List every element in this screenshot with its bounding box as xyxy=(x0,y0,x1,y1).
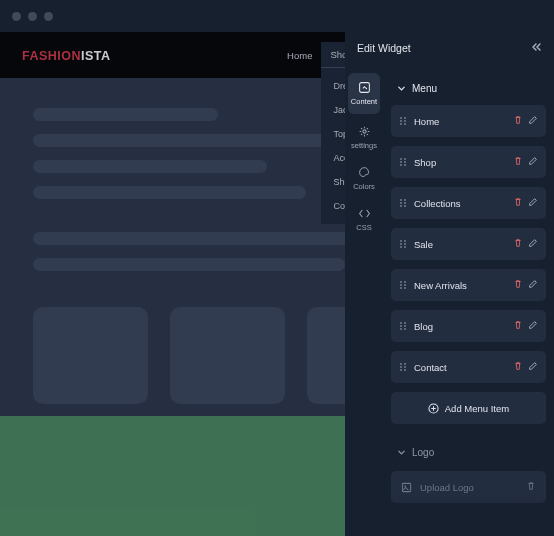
add-menu-item-button[interactable]: Add Menu Item xyxy=(391,392,546,424)
svg-point-22 xyxy=(400,243,402,245)
svg-point-4 xyxy=(400,120,402,122)
trash-icon[interactable] xyxy=(513,238,523,250)
trash-icon[interactable] xyxy=(513,279,523,291)
tab-colors[interactable]: Colors xyxy=(345,158,383,199)
menu-item-label: Sale xyxy=(414,239,433,250)
skeleton-line xyxy=(33,160,267,173)
menu-items-list: Home Shop Collections Sale New Arrivals xyxy=(391,105,546,383)
skeleton-line xyxy=(33,186,306,199)
svg-point-37 xyxy=(404,328,406,330)
svg-point-5 xyxy=(404,120,406,122)
app-window: FASHIONISTA Home Shop Dresses Jackets To… xyxy=(0,0,554,536)
svg-point-1 xyxy=(362,130,365,133)
svg-point-28 xyxy=(400,284,402,286)
edit-icon[interactable] xyxy=(528,115,538,127)
svg-point-19 xyxy=(404,205,406,207)
svg-point-23 xyxy=(404,243,406,245)
menu-item[interactable]: Sale xyxy=(391,228,546,260)
svg-point-14 xyxy=(400,199,402,201)
minimize-window-dot[interactable] xyxy=(28,12,37,21)
svg-point-36 xyxy=(400,328,402,330)
trash-icon[interactable] xyxy=(526,481,536,493)
logo-part-2: ISTA xyxy=(81,49,111,63)
edit-icon[interactable] xyxy=(528,320,538,332)
trash-icon[interactable] xyxy=(513,197,523,209)
edit-icon[interactable] xyxy=(528,361,538,373)
panel-title: Edit Widget xyxy=(357,42,411,54)
chevron-down-icon xyxy=(397,448,406,457)
image-icon xyxy=(401,482,412,493)
menu-item[interactable]: Collections xyxy=(391,187,546,219)
logo-part-1: FASHION xyxy=(22,49,81,63)
skeleton-line xyxy=(33,258,345,271)
menu-item[interactable]: Shop xyxy=(391,146,546,178)
nav-home[interactable]: Home xyxy=(278,42,321,68)
trash-icon[interactable] xyxy=(513,320,523,332)
svg-point-32 xyxy=(400,322,402,324)
maximize-window-dot[interactable] xyxy=(44,12,53,21)
tab-content[interactable]: Content xyxy=(348,73,380,114)
svg-point-13 xyxy=(404,164,406,166)
menu-item-label: Blog xyxy=(414,321,433,332)
menu-item[interactable]: Blog xyxy=(391,310,546,342)
panel-header: Edit Widget xyxy=(345,32,554,68)
menu-item[interactable]: Home xyxy=(391,105,546,137)
svg-point-35 xyxy=(404,325,406,327)
content-area: FASHIONISTA Home Shop Dresses Jackets To… xyxy=(0,32,554,536)
svg-point-10 xyxy=(400,161,402,163)
svg-point-30 xyxy=(400,287,402,289)
edit-widget-panel: Edit Widget Content settings Colors xyxy=(345,32,554,536)
menu-item-label: Shop xyxy=(414,157,436,168)
edit-icon[interactable] xyxy=(528,279,538,291)
window-controls xyxy=(12,12,53,21)
svg-point-3 xyxy=(404,117,406,119)
edit-icon[interactable] xyxy=(528,197,538,209)
collapse-icon[interactable] xyxy=(530,42,542,54)
svg-point-25 xyxy=(404,246,406,248)
svg-point-12 xyxy=(400,164,402,166)
close-window-dot[interactable] xyxy=(12,12,21,21)
menu-item-label: New Arrivals xyxy=(414,280,467,291)
svg-point-9 xyxy=(404,158,406,160)
trash-icon[interactable] xyxy=(513,115,523,127)
menu-item[interactable]: New Arrivals xyxy=(391,269,546,301)
menu-item-label: Home xyxy=(414,116,439,127)
svg-point-24 xyxy=(400,246,402,248)
svg-point-31 xyxy=(404,287,406,289)
skeleton-line xyxy=(33,108,218,121)
menu-section-header[interactable]: Menu xyxy=(391,74,546,103)
drag-handle-icon[interactable] xyxy=(399,239,407,249)
menu-item-label: Contact xyxy=(414,362,447,373)
svg-point-27 xyxy=(404,281,406,283)
plus-circle-icon xyxy=(428,403,439,414)
svg-point-39 xyxy=(404,363,406,365)
skeleton-card xyxy=(170,307,285,404)
upload-logo-row[interactable]: Upload Logo xyxy=(391,471,546,503)
drag-handle-icon[interactable] xyxy=(399,362,407,372)
tab-css[interactable]: CSS xyxy=(345,199,383,240)
svg-rect-45 xyxy=(402,483,410,491)
drag-handle-icon[interactable] xyxy=(399,157,407,167)
menu-item-label: Collections xyxy=(414,198,460,209)
svg-point-18 xyxy=(400,205,402,207)
drag-handle-icon[interactable] xyxy=(399,198,407,208)
trash-icon[interactable] xyxy=(513,361,523,373)
svg-point-43 xyxy=(404,369,406,371)
panel-side-tabs: Content settings Colors CSS xyxy=(345,70,383,240)
panel-body: Menu Home Shop Collections Sale New Arri xyxy=(383,68,554,536)
edit-icon[interactable] xyxy=(528,156,538,168)
tab-settings[interactable]: settings xyxy=(345,117,383,158)
svg-point-7 xyxy=(404,123,406,125)
svg-point-46 xyxy=(404,485,406,487)
logo-section-header[interactable]: Logo xyxy=(391,438,546,467)
trash-icon[interactable] xyxy=(513,156,523,168)
drag-handle-icon[interactable] xyxy=(399,280,407,290)
drag-handle-icon[interactable] xyxy=(399,321,407,331)
edit-icon[interactable] xyxy=(528,238,538,250)
titlebar xyxy=(0,0,554,32)
menu-item[interactable]: Contact xyxy=(391,351,546,383)
drag-handle-icon[interactable] xyxy=(399,116,407,126)
svg-point-34 xyxy=(400,325,402,327)
svg-point-26 xyxy=(400,281,402,283)
skeleton-card xyxy=(33,307,148,404)
